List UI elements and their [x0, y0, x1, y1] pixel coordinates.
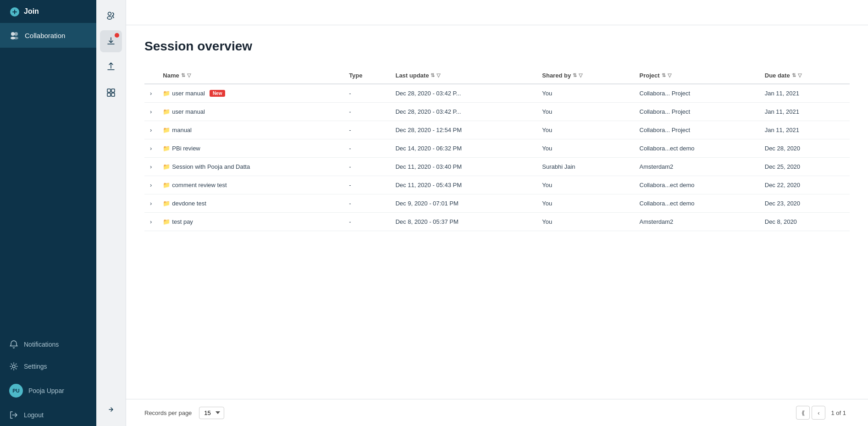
icon-sidebar: [96, 0, 126, 426]
join-label: Join: [24, 7, 39, 16]
pagination-bar: Records per page 15 10 25 50 ⟪ ‹ 1 of 1: [126, 399, 868, 426]
row-name-6: 📁 devdone test: [157, 194, 343, 213]
row-duedate-3: Dec 28, 2020: [759, 139, 850, 158]
filter-lastupdate-icon[interactable]: ▽: [437, 72, 440, 78]
table-row: › 📁 comment review test - Dec 11, 2020 -…: [144, 176, 850, 194]
row-expand-0[interactable]: ›: [144, 84, 157, 103]
download-icon: [106, 36, 116, 46]
row-expand-4[interactable]: ›: [144, 158, 157, 176]
sort-sharedby-icon[interactable]: ⇅: [573, 72, 577, 78]
icon-sidebar-item-4[interactable]: [100, 82, 122, 104]
table-header-row: Name ⇅ ▽ Type Last update ⇅ ▽: [144, 67, 850, 84]
sidebar-expand-button[interactable]: [100, 402, 122, 417]
pagination-prev-button[interactable]: ‹: [812, 406, 825, 420]
logout-icon: [9, 410, 18, 420]
icon-sidebar-item-1[interactable]: [100, 5, 122, 27]
filter-name-icon[interactable]: ▽: [187, 72, 191, 78]
main-content: Session overview Name ⇅ ▽ Type: [126, 0, 868, 426]
row-name-1: 📁 user manual: [157, 103, 343, 121]
row-name-text-2: manual: [172, 127, 192, 133]
sort-lastupdate-icon[interactable]: ⇅: [431, 72, 435, 78]
row-sharedby-6: You: [536, 194, 634, 213]
th-shared-by: Shared by ⇅ ▽: [536, 67, 634, 84]
folder-icon-4: 📁: [163, 163, 170, 170]
sidebar-item-logout[interactable]: Logout: [0, 404, 96, 426]
row-type-4: -: [343, 158, 390, 176]
join-nav-item[interactable]: Join: [0, 0, 96, 23]
svg-rect-9: [111, 89, 115, 92]
icon-sidebar-item-2[interactable]: [100, 30, 122, 52]
sidebar-item-settings[interactable]: Settings: [0, 355, 96, 377]
filter-sharedby-icon[interactable]: ▽: [579, 72, 582, 78]
row-name-text-0: user manual: [172, 90, 205, 97]
row-sharedby-5: You: [536, 176, 634, 194]
row-project-7: Amsterdam2: [634, 213, 759, 231]
sort-project-icon[interactable]: ⇅: [662, 72, 666, 78]
pagination-info: 1 of 1: [827, 406, 850, 420]
pagination-first-button[interactable]: ⟪: [796, 406, 810, 420]
row-name-text-6: devdone test: [172, 200, 206, 207]
settings-icon: [9, 362, 18, 371]
row-duedate-4: Dec 25, 2020: [759, 158, 850, 176]
notifications-icon: [9, 340, 18, 349]
row-sharedby-2: You: [536, 121, 634, 139]
row-lastupdate-5: Dec 11, 2020 - 05:43 PM: [390, 176, 536, 194]
row-project-0: Collabora... Project: [634, 84, 759, 103]
sort-name-icon[interactable]: ⇅: [181, 72, 185, 78]
row-name-3: 📁 PBi review: [157, 139, 343, 158]
row-name-5: 📁 comment review test: [157, 176, 343, 194]
records-per-page-select[interactable]: 15 10 25 50: [199, 407, 224, 419]
row-lastupdate-1: Dec 28, 2020 - 03:42 P...: [390, 103, 536, 121]
row-expand-5[interactable]: ›: [144, 176, 157, 194]
sidebar-item-collaboration[interactable]: Collaboration: [0, 23, 96, 48]
collaboration-icon: [9, 30, 19, 40]
table-row: › 📁 user manual - Dec 28, 2020 - 03:42 P…: [144, 103, 850, 121]
filter-duedate-icon[interactable]: ▽: [798, 72, 802, 78]
row-project-5: Collabora...ect demo: [634, 176, 759, 194]
sidebar-item-notifications[interactable]: Notifications: [0, 333, 96, 355]
svg-point-2: [14, 32, 18, 36]
upload-icon: [106, 62, 116, 72]
table-row: › 📁 manual - Dec 28, 2020 - 12:54 PM You…: [144, 121, 850, 139]
row-name-text-4: Session with Pooja and Datta: [172, 163, 250, 170]
th-type: Type: [343, 67, 390, 84]
svg-point-1: [11, 32, 15, 36]
table-row: › 📁 PBi review - Dec 14, 2020 - 06:32 PM…: [144, 139, 850, 158]
notification-badge: [115, 33, 119, 38]
row-name-7: 📁 test pay: [157, 213, 343, 231]
pagination-controls: ⟪ ‹ 1 of 1: [796, 406, 850, 420]
row-project-1: Collabora... Project: [634, 103, 759, 121]
row-expand-1[interactable]: ›: [144, 103, 157, 121]
row-lastupdate-0: Dec 28, 2020 - 03:42 P...: [390, 84, 536, 103]
user-avatar: PU: [9, 384, 23, 398]
svg-point-5: [12, 365, 15, 368]
row-sharedby-0: You: [536, 84, 634, 103]
svg-point-4: [14, 37, 18, 39]
row-lastupdate-6: Dec 9, 2020 - 07:01 PM: [390, 194, 536, 213]
th-due-date: Due date ⇅ ▽: [759, 67, 850, 84]
row-expand-7[interactable]: ›: [144, 213, 157, 231]
row-name-4: 📁 Session with Pooja and Datta: [157, 158, 343, 176]
row-expand-6[interactable]: ›: [144, 194, 157, 213]
th-expand: [144, 67, 157, 84]
th-project: Project ⇅ ▽: [634, 67, 759, 84]
folder-icon-6: 📁: [163, 200, 170, 207]
row-type-6: -: [343, 194, 390, 213]
row-lastupdate-3: Dec 14, 2020 - 06:32 PM: [390, 139, 536, 158]
row-expand-2[interactable]: ›: [144, 121, 157, 139]
row-expand-3[interactable]: ›: [144, 139, 157, 158]
filter-project-icon[interactable]: ▽: [668, 72, 671, 78]
icon-sidebar-item-3[interactable]: [100, 56, 122, 78]
folder-icon-3: 📁: [163, 145, 170, 152]
row-lastupdate-4: Dec 11, 2020 - 03:40 PM: [390, 158, 536, 176]
sidebar-item-user[interactable]: PU Pooja Uppar: [0, 377, 96, 404]
grid-icon: [106, 88, 116, 98]
svg-rect-8: [107, 89, 111, 92]
row-name-text-7: test pay: [172, 218, 193, 225]
join-icon: [9, 6, 19, 17]
sort-duedate-icon[interactable]: ⇅: [792, 72, 796, 78]
folder-icon-0: 📁: [163, 90, 170, 97]
th-name: Name ⇅ ▽: [157, 67, 343, 84]
table-row: › 📁 test pay - Dec 8, 2020 - 05:37 PM Yo…: [144, 213, 850, 231]
user-name: Pooja Uppar: [28, 387, 64, 394]
